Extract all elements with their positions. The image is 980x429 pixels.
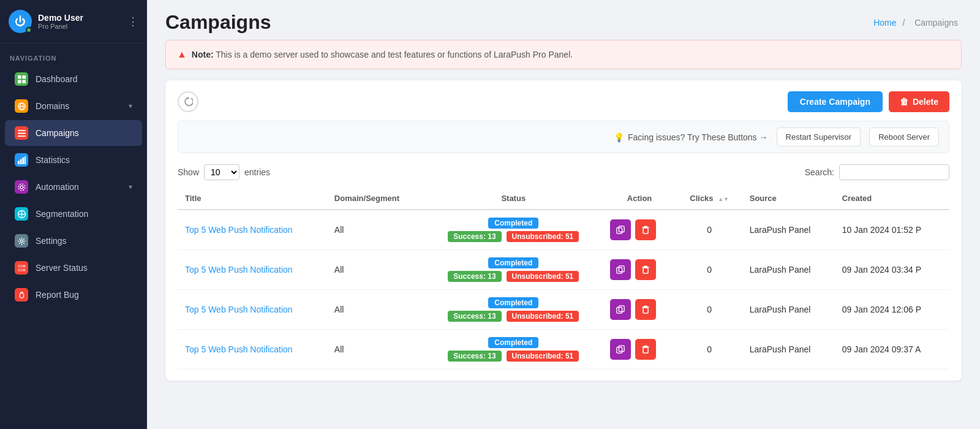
content-area: ▲ Note: This is a demo server used to sh…	[147, 40, 980, 429]
cell-created: 09 Jan 2024 12:06 P	[835, 290, 949, 330]
copy-button[interactable]	[610, 339, 631, 360]
campaigns-card: Create Campaign 🗑 Delete 💡 Facing issues…	[165, 80, 962, 381]
campaign-title-link[interactable]: Top 5 Web Push Notification	[185, 344, 293, 354]
campaigns-icon	[15, 126, 28, 140]
sidebar-item-automation[interactable]: Automation ▾	[5, 174, 142, 200]
sidebar-item-settings[interactable]: Settings	[5, 228, 142, 254]
sidebar-menu-dots[interactable]: ⋮	[127, 15, 138, 28]
show-entries: Show 10 25 50 100 entries	[178, 164, 270, 180]
breadcrumb-home[interactable]: Home	[873, 18, 896, 28]
create-campaign-button[interactable]: Create Campaign	[788, 91, 883, 112]
svg-point-15	[18, 184, 25, 191]
svg-rect-30	[643, 268, 648, 273]
copy-button[interactable]	[610, 259, 631, 280]
row-delete-button[interactable]	[635, 339, 656, 360]
sidebar-item-label: Report Bug	[36, 290, 132, 300]
svg-rect-28	[616, 268, 622, 274]
sidebar-item-domains[interactable]: Domains ▾	[5, 93, 142, 119]
svg-rect-11	[20, 159, 21, 164]
cell-domain: All	[327, 250, 424, 290]
sidebar-item-segmentation[interactable]: Segmentation	[5, 201, 142, 227]
sidebar-item-server-status[interactable]: Server Status	[5, 255, 142, 281]
topbar: Campaigns Home / Campaigns	[147, 0, 980, 40]
refresh-button[interactable]	[178, 91, 198, 112]
unsub-badge: Unsubscribed: 51	[507, 311, 579, 322]
success-badge: Success: 13	[448, 231, 501, 242]
search-input[interactable]	[839, 164, 949, 180]
delete-icon: 🗑	[900, 97, 908, 107]
alert-bold: Note:	[192, 50, 214, 59]
domains-icon	[15, 99, 28, 113]
copy-button[interactable]	[610, 299, 631, 320]
cell-source: LaraPush Panel	[742, 330, 835, 370]
svg-rect-33	[643, 308, 648, 313]
page-title: Campaigns	[165, 11, 271, 34]
online-indicator	[26, 27, 32, 33]
cell-title: Top 5 Web Push Notification	[178, 330, 327, 370]
card-toolbar: Create Campaign 🗑 Delete	[178, 91, 949, 112]
sidebar-item-label: Automation	[36, 182, 121, 192]
alert-text: Note: This is a demo server used to show…	[192, 50, 573, 59]
delete-label: Delete	[913, 97, 938, 107]
table-row: Top 5 Web Push Notification All Complete…	[178, 330, 949, 370]
campaign-title-link[interactable]: Top 5 Web Push Notification	[185, 305, 293, 314]
success-badge: Success: 13	[448, 271, 501, 282]
svg-rect-9	[18, 135, 26, 137]
cell-title: Top 5 Web Push Notification	[178, 210, 327, 250]
sidebar-item-statistics[interactable]: Statistics	[5, 147, 142, 173]
sidebar-item-report-bug[interactable]: Report Bug	[5, 282, 142, 308]
svg-rect-3	[22, 80, 26, 83]
cell-action	[603, 250, 677, 290]
avatar-icon: ⏻	[15, 15, 26, 28]
cell-status: Completed Success: 13 Unsubscribed: 51	[424, 290, 603, 330]
sidebar-header: ⏻ Demo User Pro Panel ⋮	[0, 0, 147, 44]
svg-rect-32	[619, 306, 624, 312]
reboot-server-button[interactable]: Reboot Server	[869, 127, 939, 146]
unsub-badge: Unsubscribed: 51	[507, 231, 579, 242]
col-source: Source	[742, 188, 835, 210]
svg-rect-34	[616, 347, 622, 354]
row-delete-button[interactable]	[635, 299, 656, 320]
alert-banner: ▲ Note: This is a demo server used to sh…	[165, 40, 962, 69]
table-row: Top 5 Web Push Notification All Complete…	[178, 290, 949, 330]
row-delete-button[interactable]	[635, 219, 656, 240]
sidebar-item-label: Domains	[36, 101, 121, 111]
restart-supervisor-button[interactable]: Restart Supervisor	[777, 127, 861, 146]
status-badge: Completed	[488, 257, 538, 268]
sidebar-item-dashboard[interactable]: Dashboard	[5, 66, 142, 92]
cell-created: 09 Jan 2024 03:34 P	[835, 250, 949, 290]
svg-point-14	[20, 186, 23, 189]
issues-label: Facing issues? Try These Buttons →	[628, 132, 768, 142]
cell-clicks: 0	[677, 250, 742, 290]
cell-domain: All	[327, 210, 424, 250]
svg-rect-35	[619, 346, 624, 352]
entries-select[interactable]: 10 25 50 100	[204, 164, 239, 180]
cell-action	[603, 290, 677, 330]
user-info: Demo User Pro Panel	[38, 13, 83, 30]
cell-status: Completed Success: 13 Unsubscribed: 51	[424, 210, 603, 250]
status-badge: Completed	[488, 297, 538, 308]
server-icon	[15, 261, 28, 275]
sidebar-item-label: Campaigns	[36, 128, 132, 138]
unsub-badge: Unsubscribed: 51	[507, 271, 579, 282]
sidebar: ⏻ Demo User Pro Panel ⋮ Navigation Dashb…	[0, 0, 147, 429]
chevron-down-icon: ▾	[129, 183, 132, 191]
clicks-sort-icon[interactable]: ▲▼	[718, 197, 729, 202]
sidebar-item-campaigns[interactable]: Campaigns	[5, 120, 142, 146]
breadcrumb: Home / Campaigns	[873, 18, 962, 28]
row-delete-button[interactable]	[635, 259, 656, 280]
sidebar-user: ⏻ Demo User Pro Panel	[9, 10, 83, 33]
campaign-title-link[interactable]: Top 5 Web Push Notification	[185, 225, 293, 235]
svg-point-19	[20, 240, 23, 242]
svg-rect-29	[619, 266, 624, 272]
show-label: Show	[178, 167, 199, 177]
delete-button[interactable]: 🗑 Delete	[889, 91, 949, 112]
campaign-title-link[interactable]: Top 5 Web Push Notification	[185, 265, 293, 275]
statistics-icon	[15, 153, 28, 167]
issues-text: 💡 Facing issues? Try These Buttons →	[614, 132, 768, 142]
svg-rect-36	[643, 347, 648, 353]
user-role: Pro Panel	[38, 23, 83, 30]
alert-icon: ▲	[177, 49, 187, 60]
entries-label: entries	[244, 167, 270, 177]
copy-button[interactable]	[610, 219, 631, 240]
